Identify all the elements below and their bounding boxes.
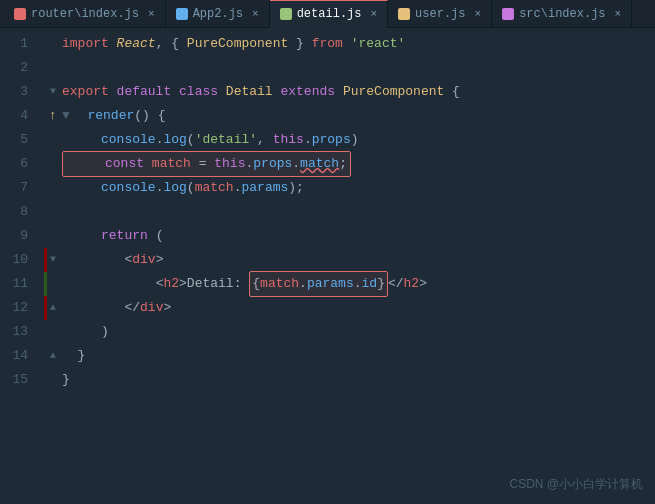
tab-router[interactable]: router\index.js × <box>4 0 166 28</box>
code-line-1: import React, { PureComponent } from 're… <box>44 32 655 56</box>
tab-close-router[interactable]: × <box>148 8 155 20</box>
code-line-2 <box>44 56 655 80</box>
gutter-4: ↑ <box>44 104 62 128</box>
tab-icon-detail <box>280 8 292 20</box>
tab-close-src[interactable]: × <box>615 8 622 20</box>
code-line-13: ) <box>44 320 655 344</box>
comma: , <box>156 32 172 56</box>
left-bar-11 <box>44 272 47 296</box>
gutter-14: ▲ <box>44 344 62 368</box>
editor-window: router\index.js × App2.js × detail.js × … <box>0 0 655 504</box>
tab-icon-user <box>398 8 410 20</box>
tab-app[interactable]: App2.js × <box>166 0 270 28</box>
code-content: import React, { PureComponent } from 're… <box>36 28 655 504</box>
tab-label-user: user.js <box>415 7 465 21</box>
code-line-14: ▲ } <box>44 344 655 368</box>
tab-label-src: src\index.js <box>519 7 605 21</box>
tab-bar: router\index.js × App2.js × detail.js × … <box>0 0 655 28</box>
left-bar-12 <box>44 296 47 320</box>
code-line-12: ▲ </div> <box>44 296 655 320</box>
code-line-15: } <box>44 368 655 392</box>
kw-from: from <box>312 32 343 56</box>
class-react: React <box>117 32 156 56</box>
code-line-7: console.log(match.params); <box>44 176 655 200</box>
breakpoint-indicator: ↑ <box>49 104 57 128</box>
code-line-11: <h2>Detail: {match.params.id}</h2> <box>44 272 655 296</box>
tab-detail[interactable]: detail.js × <box>270 0 388 28</box>
tab-icon-app <box>176 8 188 20</box>
watermark: CSDN @小小白学计算机 <box>509 472 643 496</box>
highlight-jsx-expr: {match.params.id} <box>249 271 388 297</box>
tab-label-detail: detail.js <box>297 7 362 21</box>
tab-close-detail[interactable]: × <box>370 8 377 20</box>
line-numbers: 1 2 3 4 5 6 7 8 9 10 11 12 13 14 15 <box>0 28 36 504</box>
str-react: 'react' <box>351 32 406 56</box>
code-line-3: ▼ export default class Detail extends Pu… <box>44 80 655 104</box>
left-bar-10 <box>44 248 47 272</box>
gutter-3: ▼ <box>44 80 62 104</box>
code-line-4: ↑ ▼ render() { <box>44 104 655 128</box>
tab-close-user[interactable]: × <box>475 8 482 20</box>
class-purecomponent: PureComponent <box>187 32 288 56</box>
fold-arrow-3[interactable]: ▼ <box>50 80 56 104</box>
tab-label-app: App2.js <box>193 7 243 21</box>
tab-src[interactable]: src\index.js × <box>492 0 632 28</box>
editor-area: 1 2 3 4 5 6 7 8 9 10 11 12 13 14 15 impo… <box>0 28 655 504</box>
code-line-10: ▼ <div> <box>44 248 655 272</box>
tab-user[interactable]: user.js × <box>388 0 492 28</box>
tab-icon-src <box>502 8 514 20</box>
highlight-line6: const match = this.props.match; <box>62 151 351 177</box>
code-line-9: return ( <box>44 224 655 248</box>
tab-close-app[interactable]: × <box>252 8 259 20</box>
code-line-5: console.log('detail', this.props) <box>44 128 655 152</box>
tab-label-router: router\index.js <box>31 7 139 21</box>
code-line-6: const match = this.props.match; <box>44 152 655 176</box>
tab-icon-router <box>14 8 26 20</box>
kw-import: import <box>62 32 117 56</box>
code-line-8 <box>44 200 655 224</box>
